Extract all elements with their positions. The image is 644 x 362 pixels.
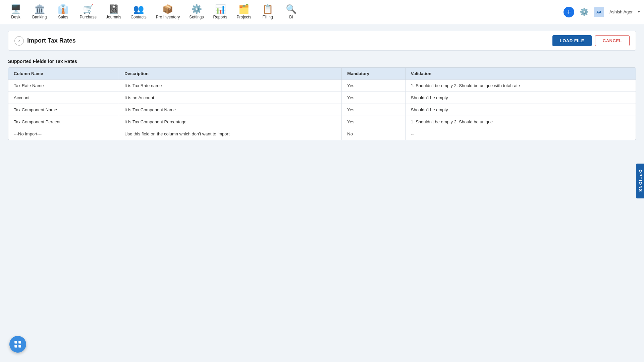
table-col-validation: Validation [405,68,636,80]
purchase-icon: 🛒 [83,5,94,13]
nav-item-pro-inventory[interactable]: 📦Pro Inventory [151,3,184,21]
table-row: Tax Rate NameIt is Tax Rate nameYes1. Sh… [8,80,636,92]
nav-item-banking[interactable]: 🏛️Banking [28,3,51,21]
nav-item-desk[interactable]: 🖥️Desk [4,3,28,21]
journals-icon: 📓 [108,5,119,13]
cell-mandatory: Yes [342,116,405,128]
cell-column-name: ---No Import--- [8,128,119,140]
bi-icon: 🔍 [286,5,297,13]
cell-column-name: Tax Rate Name [8,80,119,92]
top-navigation: 🖥️Desk🏛️Banking👔Sales🛒Purchase📓Journals👥… [0,0,644,24]
table-row: ---No Import---Use this field on the col… [8,128,636,140]
nav-item-sales[interactable]: 👔Sales [51,3,75,21]
cell-description: It is Tax Rate name [119,80,342,92]
nav-item-settings[interactable]: ⚙️Settings [184,3,208,21]
nav-item-bi[interactable]: 🔍BI [279,3,303,21]
pro-inventory-icon: 📦 [162,5,173,13]
table-row: Tax Component PercentIt is Tax Component… [8,116,636,128]
settings-icon[interactable]: ⚙️ [580,8,589,16]
cell-mandatory: No [342,128,405,140]
cell-validation: -- [405,128,636,140]
table-header: Column NameDescriptionMandatoryValidatio… [8,68,636,80]
page-header: ‹ Import Tax Rates LOAD FILE CANCEL [8,31,636,51]
load-file-button[interactable]: LOAD FILE [552,35,592,46]
section-title: Supported Fields for Tax Rates [8,59,636,64]
nav-item-projects[interactable]: 🗂️Projects [232,3,256,21]
settings-icon: ⚙️ [191,5,202,13]
avatar: AA [594,7,604,17]
cell-validation: Shouldn't be empty [405,92,636,104]
cell-mandatory: Yes [342,104,405,116]
nav-item-filling[interactable]: 📋Filling [256,3,279,21]
table-col-column-name: Column Name [8,68,119,80]
cell-column-name: Account [8,92,119,104]
reports-icon: 📊 [215,5,226,13]
cell-validation: Shouldn't be empty [405,104,636,116]
cell-column-name: Tax Component Percent [8,116,119,128]
nav-item-contacts[interactable]: 👥Contacts [126,3,151,21]
sales-icon: 👔 [58,5,68,13]
nav-item-reports[interactable]: 📊Reports [209,3,232,21]
banking-icon: 🏛️ [34,5,45,13]
supported-fields-table: Column NameDescriptionMandatoryValidatio… [8,67,636,140]
add-button[interactable]: + [564,7,574,17]
nav-right: + ⚙️ AA Ashish Ager ▾ [564,7,640,17]
nav-item-journals[interactable]: 📓Journals [101,3,126,21]
page-header-right: LOAD FILE CANCEL [552,35,630,46]
filling-icon: 📋 [262,5,273,13]
back-button[interactable]: ‹ [14,36,24,46]
table-row: AccountIt is an AccountYesShouldn't be e… [8,92,636,104]
cell-mandatory: Yes [342,92,405,104]
cell-description: It is Tax Component Name [119,104,342,116]
user-dropdown-icon[interactable]: ▾ [638,10,640,14]
table-col-mandatory: Mandatory [342,68,405,80]
page-header-left: ‹ Import Tax Rates [14,36,76,46]
main-content: ‹ Import Tax Rates LOAD FILE CANCEL Supp… [0,24,644,147]
cell-validation: 1. Shouldn't be empty 2. Should be uniqu… [405,116,636,128]
cell-validation: 1. Shouldn't be empty 2. Should be uniqu… [405,80,636,92]
projects-icon: 🗂️ [238,5,249,13]
cell-column-name: Tax Component Name [8,104,119,116]
page-title: Import Tax Rates [27,37,76,44]
nav-item-purchase[interactable]: 🛒Purchase [75,3,101,21]
cell-description: It is an Account [119,92,342,104]
cell-description: Use this field on the column which don't… [119,128,342,140]
table-body: Tax Rate NameIt is Tax Rate nameYes1. Sh… [8,80,636,140]
cell-description: It is Tax Component Percentage [119,116,342,128]
contacts-icon: 👥 [133,5,144,13]
cell-mandatory: Yes [342,80,405,92]
cancel-button[interactable]: CANCEL [595,35,630,46]
table-col-description: Description [119,68,342,80]
user-name[interactable]: Ashish Ager [609,9,633,14]
table-row: Tax Component NameIt is Tax Component Na… [8,104,636,116]
desk-icon: 🖥️ [10,5,21,13]
